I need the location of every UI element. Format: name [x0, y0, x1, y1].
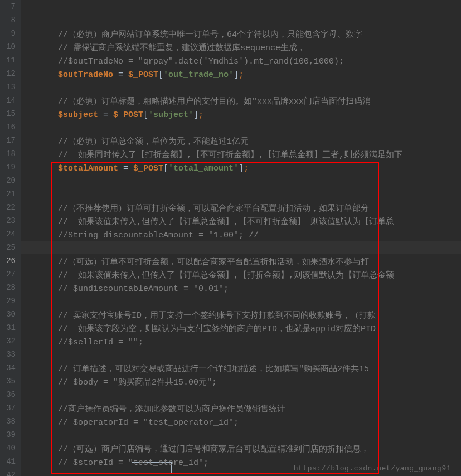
code-line: // 如果同时传入了【打折金额】,【不可打折金额】,【订单总金额】三者,则必须满… [28, 149, 461, 162]
line-number: 26 [3, 254, 16, 268]
line-number: 27 [3, 268, 16, 281]
code-editor[interactable]: 7891011121314151617181920212223242526272… [0, 0, 461, 476]
code-line: // $body = "购买商品2件共15.00元"; [28, 376, 461, 390]
code-line: // 如果该字段为空，则默认为与支付宝签约的商户的PID，也就是appid对应的… [28, 323, 461, 336]
line-number: 12 [3, 67, 16, 80]
code-line: $subject = $_POST['subject']; [28, 109, 461, 122]
code-area[interactable]: //（必填）商户网站订单系统中唯一订单号，64个字符以内，只能包含字母、数字 /… [21, 0, 461, 476]
code-line: // $operatorId = "test_operator_id"; [28, 416, 461, 430]
line-number: 10 [3, 40, 16, 54]
line-number: 30 [3, 308, 16, 321]
code-line [28, 430, 461, 443]
line-number: 28 [3, 281, 16, 294]
line-number-gutter: 7891011121314151617181920212223242526272… [0, 0, 21, 476]
line-number: 32 [3, 334, 16, 348]
code-line: $outTradeNo = $_POST['out_trade_no']; [28, 69, 461, 82]
line-number: 8 [3, 13, 16, 27]
line-number: 41 [3, 455, 16, 468]
code-line: //（不推荐使用）订单可打折金额，可以配合商家平台配置折扣活动，如果订单部分 [28, 202, 461, 216]
line-number: 18 [3, 147, 16, 161]
line-number: 31 [3, 321, 16, 334]
code-line [28, 242, 461, 256]
line-number: 16 [3, 120, 16, 134]
line-number: 13 [3, 80, 16, 94]
code-line: // 如果该值未传入,但传入了【订单总金额】,【不可打折金额】 则该值默认为【订… [28, 216, 461, 229]
line-number: 17 [3, 134, 16, 147]
line-number: 15 [3, 107, 16, 120]
code-line: // 如果该值未传入,但传入了【订单总金额】,【打折金额】,则该值默认为【订单总… [28, 269, 461, 283]
line-number: 19 [3, 161, 16, 174]
code-line: // 需保证商户系统端不能重复，建议通过数据库sequence生成， [28, 42, 461, 55]
line-number: 29 [3, 294, 16, 308]
line-number: 20 [3, 174, 16, 187]
line-number: 7 [3, 0, 16, 13]
line-number: 40 [3, 441, 16, 455]
code-line: // 订单描述，可以对交易或商品进行一个详细地描述，比如填写"购买商品2件共15 [28, 363, 461, 376]
line-number: 14 [3, 94, 16, 107]
line-number: 42 [3, 468, 16, 476]
line-number: 35 [3, 375, 16, 388]
line-number: 24 [3, 227, 16, 241]
code-line [28, 470, 461, 476]
code-line: //（必填）订单总金额，单位为元，不能超过1亿元 [28, 135, 461, 149]
code-line: //$outTradeNo = "qrpay".date('Ymdhis').m… [28, 55, 461, 69]
line-number: 39 [3, 428, 16, 441]
code-line: //商户操作员编号，添加此参数可以为商户操作员做销售统计 [28, 403, 461, 416]
code-line: $totalAmount = $_POST['total_amount']; [28, 162, 461, 176]
line-number: 33 [3, 348, 16, 361]
line-number: 11 [3, 54, 16, 67]
code-line: //（必填）商户网站订单系统中唯一订单号，64个字符以内，只能包含字母、数字 [28, 28, 461, 42]
code-line [28, 189, 461, 202]
code-line: //（可选）订单不可打折金额，可以配合商家平台配置折扣活动，如果酒水不参与打 [28, 256, 461, 269]
line-number: 21 [3, 187, 16, 201]
line-number: 22 [3, 201, 16, 214]
line-number: 34 [3, 361, 16, 375]
code-lines: //（必填）商户网站订单系统中唯一订单号，64个字符以内，只能包含字母、数字 /… [28, 28, 461, 476]
line-number: 38 [3, 415, 16, 428]
code-line [28, 296, 461, 309]
code-line: //（必填）订单标题，粗略描述用户的支付目的。如"xxx品牌xxx门店当面付扫码… [28, 95, 461, 109]
line-number: 36 [3, 388, 16, 401]
code-line: // $storeId = "test_store_id"; [28, 456, 461, 470]
line-number: 9 [3, 27, 16, 40]
code-line [28, 176, 461, 189]
code-line: // 卖家支付宝账号ID，用于支持一个签约账号下支持打款到不同的收款账号，（打款 [28, 309, 461, 323]
code-line [28, 82, 461, 95]
line-number: 37 [3, 401, 16, 415]
code-line: // $undiscountableAmount = "0.01"; [28, 283, 461, 296]
line-number: 23 [3, 214, 16, 227]
line-number: 25 [3, 241, 16, 254]
code-line: //$sellerId = ""; [28, 336, 461, 349]
code-line [28, 390, 461, 403]
code-line [28, 122, 461, 135]
code-line: //（可选）商户门店编号，通过门店号和商家后台可以配置精准到门店的折扣信息， [28, 443, 461, 456]
code-line [28, 349, 461, 363]
code-line: //String discountableAmount = "1.00"; // [28, 229, 461, 242]
